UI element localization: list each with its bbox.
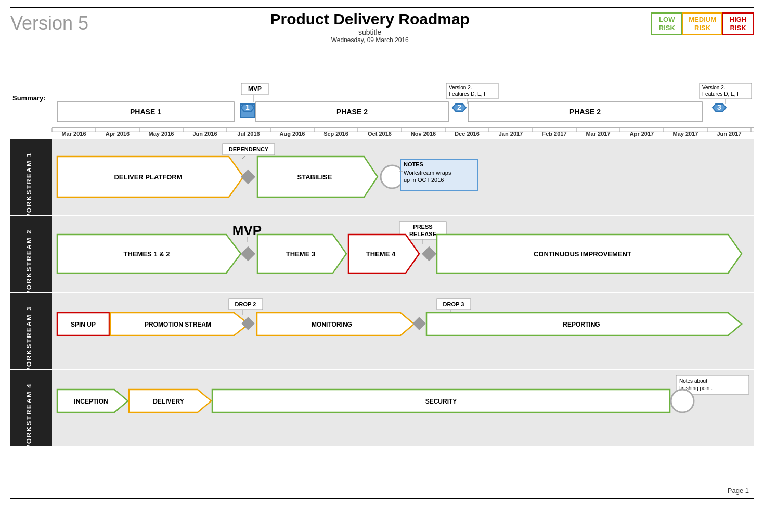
date-text: Wednesday, 09 March 2016 (88, 36, 651, 44)
ws3-monitoring: MONITORING (312, 321, 352, 328)
ws2-themes12: THEMES 1 & 2 (124, 250, 170, 258)
ws1-dependency: DEPENDENCY (229, 146, 269, 152)
ws2-label: WORKSTREAM 2 (25, 229, 33, 297)
version2-callout-2-line2: Features D, E, F (702, 91, 740, 97)
milestone2-num: 2 (457, 103, 461, 111)
ws1-notes-line1: Workstream wraps (404, 170, 451, 176)
ws4-note-line1: Notes about (679, 378, 707, 384)
ws2-press-line2: RELEASE (409, 231, 436, 237)
version2-callout-2-line1: Version 2. (702, 85, 725, 90)
ws2-theme4: THEME 4 (366, 250, 396, 258)
ws4-delivery: DELIVERY (153, 398, 184, 405)
risk-medium-box: MEDIUMRISK (682, 12, 722, 35)
milestone1-num: 1 (245, 103, 250, 111)
ws2-press-line1: PRESS (413, 224, 432, 230)
roadmap-svg: Summary: MVP Version 2. Features D, E, F… (10, 46, 754, 503)
summary-label: Summary: (12, 94, 46, 102)
ws3-drop3: DROP 3 (443, 301, 464, 307)
risk-high-box: HIGHRISK (722, 12, 754, 35)
months-row: Mar 2016 Apr 2016 May 2016 Jun 2016 Jul … (52, 128, 751, 137)
ws3-spinup: SPIN UP (71, 321, 96, 328)
roadmap-svg-container: Summary: MVP Version 2. Features D, E, F… (10, 46, 754, 505)
svg-point-89 (671, 390, 694, 412)
top-separator (10, 7, 754, 8)
ws1-notes-line2: up in OCT 2016 (404, 177, 444, 183)
version-label: Version 5 (10, 12, 88, 34)
phase2-label-1: PHASE 2 (336, 108, 368, 116)
version2-callout-1-line2: Features D, E, F (449, 91, 487, 97)
ws2-theme3: THEME 3 (286, 250, 315, 258)
ws1-label: WORKSTREAM 1 (25, 152, 33, 220)
page-number: Page 1 (728, 487, 749, 495)
ws1-notes-title: NOTES (404, 161, 423, 167)
version2-callout-1-line1: Version 2. (449, 85, 472, 90)
risk-legend: LOWRISK MEDIUMRISK HIGHRISK (651, 12, 754, 35)
page-container: Version 5 Product Delivery Roadmap subti… (0, 0, 764, 532)
ws4-inception: INCEPTION (74, 398, 108, 405)
milestone3-num: 3 (717, 103, 721, 111)
risk-low-box: LOWRISK (651, 12, 682, 35)
phase2-label-2: PHASE 2 (569, 108, 601, 116)
subtitle: subtitle (88, 28, 651, 36)
title-block: Product Delivery Roadmap subtitle Wednes… (88, 10, 651, 44)
main-title: Product Delivery Roadmap (88, 10, 651, 28)
header: Version 5 Product Delivery Roadmap subti… (10, 10, 754, 44)
ws1-deliver-platform: DELIVER PLATFORM (114, 173, 182, 181)
mvp-callout: MVP (248, 85, 262, 93)
ws3-drop2: DROP 2 (235, 301, 256, 307)
ws1-stabilise: STABILISE (297, 173, 332, 181)
ws3-promotion: PROMOTION STREAM (145, 321, 211, 328)
ws3-label: WORKSTREAM 3 (25, 306, 33, 374)
phase1-label: PHASE 1 (130, 108, 161, 116)
ws3-reporting: REPORTING (563, 321, 600, 328)
ws4-label: WORKSTREAM 4 (25, 383, 33, 451)
ws2-continuous: CONTINUOUS IMPROVEMENT (534, 250, 631, 258)
ws4-security: SECURITY (425, 398, 457, 405)
